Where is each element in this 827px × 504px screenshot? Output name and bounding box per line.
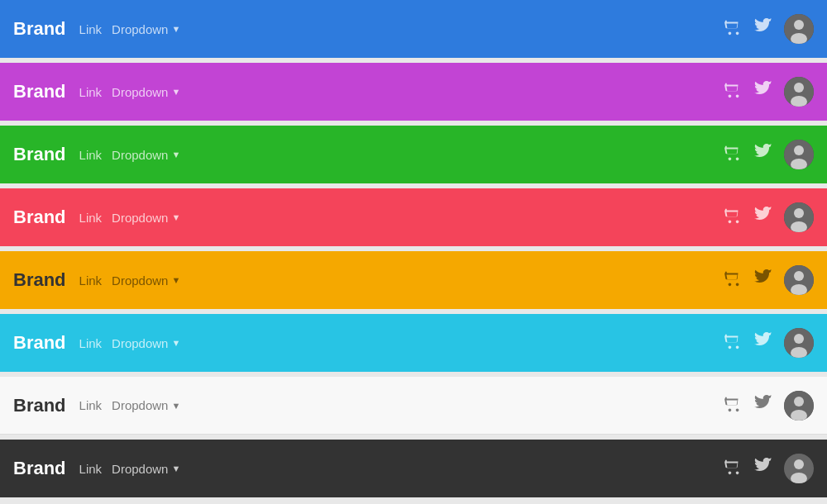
twitter-icon[interactable]	[754, 81, 772, 99]
twitter-button[interactable]	[754, 207, 772, 228]
cart-icon[interactable]	[724, 269, 743, 288]
navbar-right	[724, 265, 814, 295]
cart-button[interactable]	[724, 269, 743, 291]
svg-point-10	[794, 208, 804, 218]
cart-icon[interactable]	[724, 207, 743, 225]
twitter-button[interactable]	[754, 269, 772, 291]
nav-link[interactable]: Link	[79, 22, 103, 36]
navbar-brand[interactable]: Brand	[13, 332, 66, 354]
avatar[interactable]	[784, 454, 814, 483]
twitter-button[interactable]	[754, 458, 772, 479]
dropdown-label: Dropdown	[112, 336, 168, 350]
cart-button[interactable]	[724, 144, 743, 165]
dropdown-caret: ▼	[171, 401, 180, 411]
avatar[interactable]	[784, 265, 814, 295]
avatar[interactable]	[784, 328, 814, 358]
cart-icon[interactable]	[724, 18, 743, 36]
twitter-button[interactable]	[754, 332, 772, 354]
dropdown-caret: ▼	[171, 275, 180, 285]
avatar[interactable]	[784, 14, 814, 44]
navbar-brand[interactable]: Brand	[13, 144, 66, 165]
twitter-icon[interactable]	[754, 144, 772, 162]
navbar-orange: BrandLinkDropdown▼	[0, 251, 827, 309]
dropdown-caret: ▼	[171, 338, 180, 348]
navbar-dark: BrandLinkDropdown▼	[0, 440, 827, 497]
nav-link[interactable]: Link	[79, 85, 103, 99]
dropdown-caret: ▼	[171, 24, 180, 34]
cart-button[interactable]	[724, 332, 743, 354]
nav-dropdown[interactable]: Dropdown▼	[112, 211, 180, 225]
nav-dropdown[interactable]: Dropdown▼	[112, 462, 180, 476]
dropdown-label: Dropdown	[112, 148, 168, 162]
svg-point-16	[794, 334, 804, 344]
navbar-purple: BrandLinkDropdown▼	[0, 63, 827, 121]
twitter-button[interactable]	[754, 18, 772, 40]
navbar-right	[724, 14, 814, 44]
navbar-green: BrandLinkDropdown▼	[0, 126, 827, 183]
navbar-right	[724, 328, 814, 358]
svg-point-4	[794, 83, 804, 93]
avatar[interactable]	[784, 140, 814, 169]
twitter-button[interactable]	[754, 81, 772, 102]
navbar-brand[interactable]: Brand	[13, 395, 66, 416]
navbar-cyan: BrandLinkDropdown▼	[0, 314, 827, 372]
cart-icon[interactable]	[724, 144, 743, 162]
navbar-brand[interactable]: Brand	[13, 458, 66, 479]
dropdown-label: Dropdown	[112, 398, 168, 412]
cart-icon[interactable]	[724, 458, 743, 476]
navbar-right	[724, 202, 814, 232]
twitter-button[interactable]	[754, 144, 772, 165]
twitter-icon[interactable]	[754, 18, 772, 36]
svg-point-19	[794, 397, 804, 407]
navbar-brand[interactable]: Brand	[13, 207, 66, 228]
dropdown-caret: ▼	[171, 150, 180, 159]
nav-link[interactable]: Link	[79, 211, 103, 225]
twitter-icon[interactable]	[754, 269, 772, 288]
nav-dropdown[interactable]: Dropdown▼	[112, 398, 180, 412]
dropdown-caret: ▼	[171, 464, 180, 473]
navbar-right	[724, 140, 814, 169]
dropdown-label: Dropdown	[112, 85, 168, 99]
nav-link[interactable]: Link	[79, 462, 103, 476]
cart-button[interactable]	[724, 81, 743, 102]
navbar-right	[724, 77, 814, 107]
cart-icon[interactable]	[724, 332, 743, 350]
svg-point-7	[794, 145, 804, 155]
cart-button[interactable]	[724, 18, 743, 40]
nav-dropdown[interactable]: Dropdown▼	[112, 336, 180, 350]
nav-link[interactable]: Link	[79, 398, 103, 412]
cart-button[interactable]	[724, 207, 743, 228]
svg-point-22	[794, 459, 804, 469]
navbar-brand[interactable]: Brand	[13, 81, 66, 102]
twitter-button[interactable]	[754, 395, 772, 416]
twitter-icon[interactable]	[754, 458, 772, 476]
twitter-icon[interactable]	[754, 207, 772, 225]
avatar[interactable]	[784, 202, 814, 232]
navbar-brand[interactable]: Brand	[13, 18, 66, 40]
dropdown-label: Dropdown	[112, 273, 168, 288]
dropdown-label: Dropdown	[112, 22, 168, 36]
cart-button[interactable]	[724, 458, 743, 479]
navbar-right	[724, 391, 814, 421]
navbar-right	[724, 454, 814, 483]
twitter-icon[interactable]	[754, 332, 772, 350]
nav-dropdown[interactable]: Dropdown▼	[112, 273, 180, 288]
nav-link[interactable]: Link	[79, 336, 103, 350]
dropdown-label: Dropdown	[112, 462, 168, 476]
cart-icon[interactable]	[724, 395, 743, 413]
nav-link[interactable]: Link	[79, 148, 103, 162]
nav-dropdown[interactable]: Dropdown▼	[112, 148, 180, 162]
navbar-brand[interactable]: Brand	[13, 269, 66, 291]
navbar-blue: BrandLinkDropdown▼	[0, 0, 827, 58]
nav-link[interactable]: Link	[79, 273, 103, 288]
twitter-icon[interactable]	[754, 395, 772, 413]
dropdown-caret: ▼	[171, 87, 180, 97]
cart-button[interactable]	[724, 395, 743, 416]
nav-dropdown[interactable]: Dropdown▼	[112, 85, 180, 99]
avatar[interactable]	[784, 77, 814, 107]
navbar-white: BrandLinkDropdown▼	[0, 377, 827, 435]
nav-dropdown[interactable]: Dropdown▼	[112, 22, 180, 36]
svg-point-1	[794, 20, 804, 30]
avatar[interactable]	[784, 391, 814, 421]
cart-icon[interactable]	[724, 81, 743, 99]
